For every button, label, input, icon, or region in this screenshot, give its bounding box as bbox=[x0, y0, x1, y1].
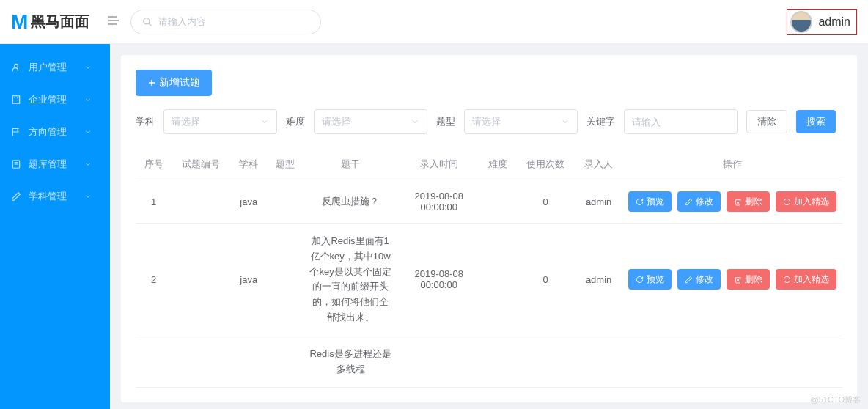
sidebar-label: 学科管理 bbox=[29, 190, 67, 203]
cell-count: 0 bbox=[516, 224, 575, 336]
refresh-icon bbox=[636, 198, 644, 206]
th-title: 题干 bbox=[303, 149, 398, 180]
svg-line-4 bbox=[149, 23, 152, 26]
cell-time: 2019-08-08 00:00:00 bbox=[398, 224, 480, 336]
cell-title: Redis是多进程还是多线程 bbox=[303, 336, 398, 388]
cell-user: admin bbox=[575, 180, 622, 224]
cell-qid bbox=[172, 224, 230, 336]
sidebar-item-company[interactable]: 企业管理 bbox=[0, 84, 110, 116]
search-placeholder: 请输入内容 bbox=[158, 15, 206, 29]
trash-icon bbox=[734, 276, 742, 284]
svg-point-5 bbox=[15, 64, 18, 67]
preview-button[interactable]: 预览 bbox=[628, 269, 672, 290]
svg-point-3 bbox=[144, 18, 150, 23]
chevron-down-icon bbox=[84, 128, 92, 136]
cell-actions: 预览 修改 删除 加入精选 bbox=[622, 224, 842, 336]
edit-icon bbox=[11, 191, 21, 202]
th-difficulty: 难度 bbox=[480, 149, 516, 180]
cell-subject bbox=[230, 336, 266, 388]
chevron-down-icon bbox=[84, 193, 92, 200]
clear-button[interactable]: 清除 bbox=[746, 110, 787, 133]
th-user: 录入人 bbox=[575, 149, 622, 180]
username: admin bbox=[818, 15, 850, 29]
filter-bar: 学科 请选择 难度 请选择 题型 请选择 关键字 清除 搜索 bbox=[136, 109, 842, 134]
cell-count: 0 bbox=[516, 180, 575, 224]
cell-time: 2019-08-08 00:00:00 bbox=[398, 180, 480, 224]
chevron-down-icon bbox=[84, 161, 92, 168]
cell-qid bbox=[172, 336, 230, 388]
th-actions: 操作 bbox=[622, 149, 842, 180]
cell-difficulty bbox=[480, 336, 516, 388]
plus-icon bbox=[147, 78, 156, 87]
edit-button[interactable]: 修改 bbox=[677, 269, 721, 290]
menu-toggle-icon[interactable] bbox=[108, 15, 119, 28]
add-label: 新增试题 bbox=[159, 76, 200, 89]
delete-button[interactable]: 删除 bbox=[727, 269, 770, 290]
table-row: 2 java 加入Redis里面有1亿个key，其中10w个key是以某个固定的… bbox=[136, 224, 842, 336]
cell-type bbox=[267, 180, 303, 224]
featured-button[interactable]: 加入精选 bbox=[776, 269, 836, 290]
sidebar-label: 题库管理 bbox=[29, 158, 67, 171]
sidebar-item-users[interactable]: 用户管理 bbox=[0, 51, 110, 84]
table-row: 1 java 反爬虫措施？ 2019-08-08 00:00:00 0 admi… bbox=[136, 180, 842, 224]
th-time: 录入时间 bbox=[398, 149, 480, 180]
preview-button[interactable]: 预览 bbox=[628, 191, 672, 212]
svg-rect-6 bbox=[12, 96, 19, 104]
search-button[interactable]: 搜索 bbox=[796, 110, 836, 133]
refresh-icon bbox=[636, 276, 644, 284]
featured-button[interactable]: 加入精选 bbox=[776, 191, 836, 212]
sidebar-item-question-bank[interactable]: 题库管理 bbox=[0, 148, 110, 180]
type-select[interactable]: 请选择 bbox=[464, 109, 578, 134]
table-row: Redis是多进程还是多线程 bbox=[136, 336, 842, 388]
cell-actions bbox=[622, 336, 842, 388]
flag-icon bbox=[11, 127, 21, 137]
type-label: 题型 bbox=[436, 115, 455, 128]
subject-select[interactable]: 请选择 bbox=[163, 109, 277, 134]
delete-button[interactable]: 删除 bbox=[727, 191, 770, 212]
building-icon bbox=[11, 95, 21, 105]
content-card: 新增试题 学科 请选择 难度 请选择 题型 请选择 关键字 bbox=[121, 55, 857, 402]
watermark: @51CTO博客 bbox=[811, 394, 861, 405]
edit-button[interactable]: 修改 bbox=[677, 191, 721, 212]
header-search[interactable]: 请输入内容 bbox=[130, 10, 321, 34]
chevron-down-icon bbox=[411, 117, 419, 126]
cell-index bbox=[136, 336, 172, 388]
edit-icon bbox=[685, 276, 693, 284]
sidebar-item-direction[interactable]: 方向管理 bbox=[0, 116, 110, 148]
user-icon bbox=[11, 62, 21, 73]
cell-user: admin bbox=[575, 224, 622, 336]
cell-difficulty bbox=[480, 224, 516, 336]
keyword-input[interactable] bbox=[624, 109, 738, 134]
difficulty-select[interactable]: 请选择 bbox=[314, 109, 427, 134]
add-question-button[interactable]: 新增试题 bbox=[136, 70, 212, 96]
trash-icon bbox=[734, 198, 742, 206]
main-content: 新增试题 学科 请选择 难度 请选择 题型 请选择 关键字 bbox=[110, 0, 868, 409]
questions-table: 序号 试题编号 学科 题型 题干 录入时间 难度 使用次数 录入人 操作 1 j… bbox=[136, 149, 842, 388]
th-type: 题型 bbox=[267, 149, 303, 180]
sidebar-label: 方向管理 bbox=[29, 125, 67, 139]
cell-time bbox=[398, 336, 480, 388]
sidebar: 用户管理 企业管理 方向管理 题库管理 学科管理 bbox=[0, 0, 110, 409]
cell-actions: 预览 修改 删除 加入精选 bbox=[622, 180, 842, 224]
cell-user bbox=[575, 336, 622, 388]
sidebar-item-subject[interactable]: 学科管理 bbox=[0, 180, 110, 213]
cell-difficulty bbox=[480, 180, 516, 224]
info-icon bbox=[783, 198, 791, 206]
cell-index: 1 bbox=[136, 180, 172, 224]
user-menu[interactable]: admin bbox=[787, 9, 857, 35]
app-name: 黑马面面 bbox=[31, 12, 89, 32]
book-icon bbox=[11, 159, 21, 169]
cell-title: 加入Redis里面有1亿个key，其中10w个key是以某个固定的一直的前缀开头… bbox=[303, 224, 398, 336]
chevron-down-icon bbox=[84, 64, 92, 71]
info-icon bbox=[783, 276, 791, 284]
top-header: M 黑马面面 请输入内容 admin bbox=[0, 0, 868, 44]
cell-type bbox=[267, 336, 303, 388]
difficulty-label: 难度 bbox=[286, 115, 305, 128]
cell-qid bbox=[172, 180, 230, 224]
chevron-down-icon bbox=[84, 96, 92, 103]
th-qid: 试题编号 bbox=[172, 149, 230, 180]
chevron-down-icon bbox=[260, 117, 269, 126]
avatar bbox=[790, 11, 812, 33]
cell-subject: java bbox=[230, 224, 266, 336]
cell-type bbox=[267, 224, 303, 336]
